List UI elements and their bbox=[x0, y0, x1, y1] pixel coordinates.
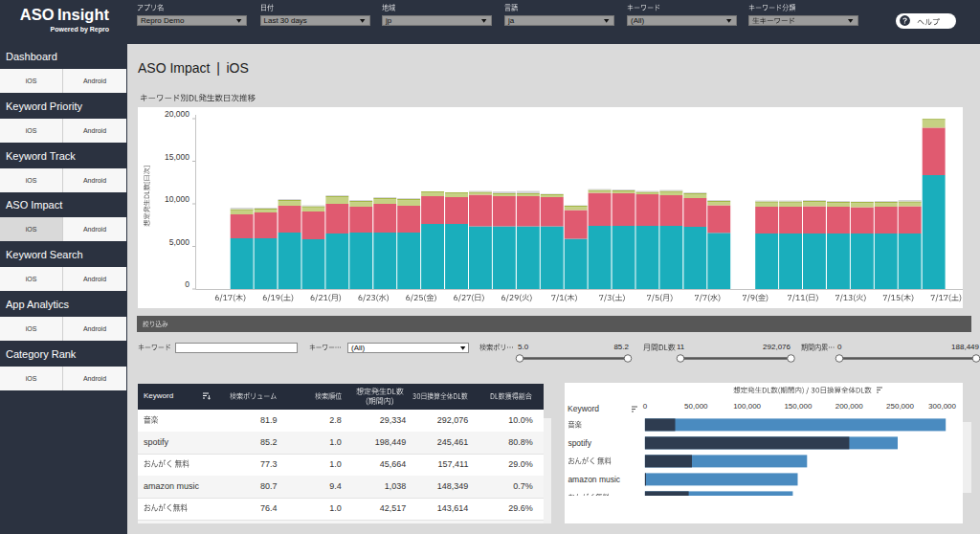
svg-text:15,000: 15,000 bbox=[165, 152, 189, 162]
svg-text:0: 0 bbox=[185, 279, 189, 289]
svg-text:20,000: 20,000 bbox=[165, 109, 189, 119]
svg-text:5,000: 5,000 bbox=[168, 237, 189, 247]
svg-text:10,000: 10,000 bbox=[165, 194, 189, 204]
svg-text:amazon music: amazon music bbox=[568, 475, 620, 484]
svg-text:spotify: spotify bbox=[568, 438, 591, 448]
